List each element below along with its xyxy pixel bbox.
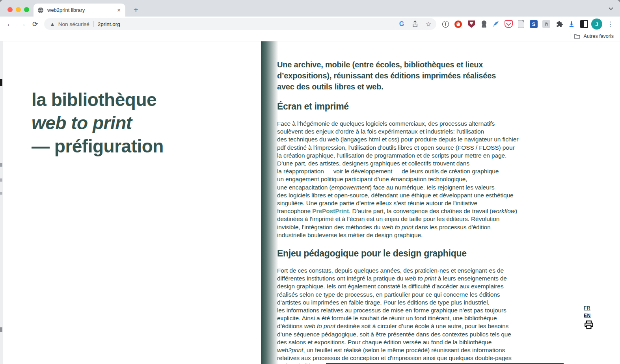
- menu-dots-icon[interactable]: ⋮: [605, 19, 616, 30]
- tab-search-chevron-icon[interactable]: [607, 5, 615, 13]
- shield-heart-icon[interactable]: ♥: [466, 19, 477, 30]
- title-line-3: — préfiguration: [32, 135, 164, 158]
- prepostprint-link[interactable]: PrePostPrint: [312, 208, 349, 214]
- document-icon[interactable]: [516, 19, 527, 30]
- google-g-icon[interactable]: G: [398, 20, 406, 28]
- minimize-window-button[interactable]: [16, 7, 21, 12]
- section-paragraph-enjeu-pedagogique: Fort de ces constats, depuis quelques an…: [277, 267, 565, 364]
- globe-favicon-icon: [37, 7, 44, 13]
- back-icon[interactable]: ←: [4, 18, 16, 30]
- browser-tab[interactable]: web2print library ×: [34, 4, 125, 17]
- intro-paragraph: Une archive, mobile (entre écoles, bibli…: [277, 59, 565, 92]
- folder-icon: [574, 33, 580, 39]
- title-line-2: web to print: [32, 111, 164, 135]
- tab-close-icon[interactable]: ×: [116, 7, 121, 13]
- page-fold-gradient: [261, 41, 278, 364]
- split-square-icon[interactable]: [579, 19, 590, 30]
- section-heading-ecran-et-imprime: Écran et imprimé: [277, 100, 565, 112]
- viewport-left-edge: [0, 41, 3, 364]
- forward-icon[interactable]: →: [17, 18, 28, 30]
- feather-icon[interactable]: [490, 19, 501, 30]
- address-bar[interactable]: ▲ Non sécurisé 2print.org G ☆: [44, 18, 436, 30]
- bookmarks-bar: Autres favoris: [0, 32, 620, 41]
- traffic-lights: [7, 7, 29, 12]
- lang-fr-link[interactable]: FR: [584, 305, 600, 311]
- url-text[interactable]: 2print.org: [98, 21, 120, 27]
- tab-strip: web2print library × +: [0, 0, 620, 17]
- fullscreen-window-button[interactable]: [24, 7, 29, 12]
- hbar-square-icon[interactable]: ℏ: [541, 19, 552, 30]
- bookmarks-separator: [570, 33, 570, 39]
- s-square-icon[interactable]: S: [528, 19, 539, 30]
- not-secure-warning-icon[interactable]: ▲: [50, 21, 55, 27]
- reload-icon[interactable]: ⟳: [29, 18, 41, 30]
- profile-avatar[interactable]: J: [591, 19, 602, 30]
- printer-icon[interactable]: [584, 320, 594, 330]
- lang-en-link[interactable]: EN: [584, 313, 600, 318]
- close-window-button[interactable]: [7, 7, 13, 12]
- tab-title: web2print library: [47, 7, 116, 13]
- browser-toolbar: ← → ⟳ ▲ Non sécurisé 2print.org G ☆ i ♥: [0, 17, 620, 32]
- share-icon[interactable]: [411, 20, 419, 28]
- security-label[interactable]: Non sécurisé: [58, 21, 89, 27]
- bookmark-star-icon[interactable]: ☆: [425, 20, 432, 28]
- article: Une archive, mobile (entre écoles, bibli…: [277, 41, 565, 364]
- browser-window: web2print library × + ← → ⟳ ▲ Non sécuri…: [0, 0, 620, 364]
- new-tab-button[interactable]: +: [130, 4, 142, 15]
- language-switcher: FR EN: [584, 305, 600, 330]
- info-circle-icon[interactable]: i: [440, 19, 451, 30]
- puzzle-extensions-icon[interactable]: [554, 19, 565, 30]
- adblock-hand-icon[interactable]: [452, 19, 464, 30]
- download-icon[interactable]: [566, 19, 577, 30]
- section-heading-enjeu-pedagogique: Enjeu pédagogique pour le design graphiq…: [277, 247, 565, 259]
- pocket-icon[interactable]: [503, 19, 514, 30]
- page-title: la bibliothèque web to print — préfigura…: [32, 88, 164, 158]
- page-viewport: la bibliothèque web to print — préfigura…: [0, 41, 620, 364]
- omnibox-separator: [93, 21, 94, 27]
- other-bookmarks-label[interactable]: Autres favoris: [584, 33, 614, 39]
- section-paragraph-ecran-et-imprime: Face à l’hégémonie de quelques logiciels…: [277, 120, 565, 239]
- title-line-1: la bibliothèque: [32, 88, 164, 111]
- ribbon-badge-icon[interactable]: [478, 19, 490, 30]
